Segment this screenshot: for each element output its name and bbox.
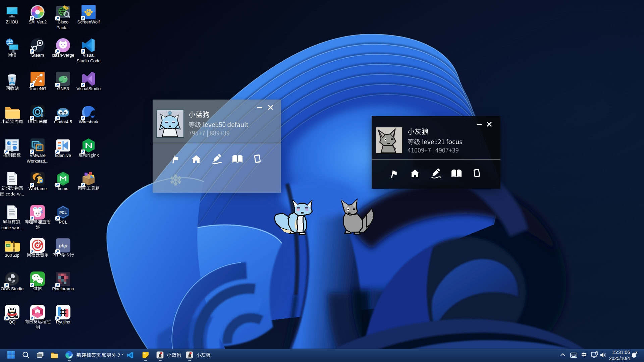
svg-text:php: php [58,243,67,248]
svg-text:360: 360 [6,245,9,247]
svg-text:PCL: PCL [59,210,67,215]
